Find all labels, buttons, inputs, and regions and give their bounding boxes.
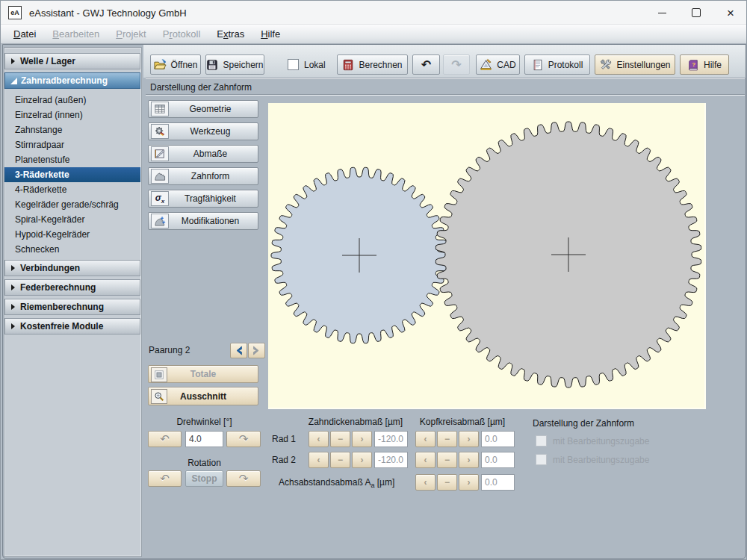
sidebar-item-planetenstufe[interactable]: Planetenstufe [4, 152, 140, 167]
sidebar-item-schnecken[interactable]: Schnecken [4, 242, 140, 257]
rad1-thickness-input[interactable] [374, 431, 408, 447]
section-view-button[interactable]: Ausschnitt [148, 387, 258, 405]
sidebar-header-zahnradberechnung[interactable]: Zahnradberechnung [4, 72, 140, 89]
previous-pairing-button[interactable] [230, 343, 247, 358]
rotation-stop-button[interactable]: Stopp [185, 470, 223, 487]
total-view-button[interactable]: Totale [148, 365, 258, 383]
rad1-tip-reset-button[interactable]: − [437, 431, 457, 447]
spin-decrease-icon: ‹ [317, 434, 320, 444]
rad2-tip-reset-button[interactable]: − [437, 452, 457, 468]
app-icon: eA [8, 6, 22, 19]
tool-button[interactable]: Werkzeug [148, 122, 258, 140]
sidebar-item-hypoid-kegelraeder[interactable]: Hypoid-Kegelräder [4, 227, 140, 242]
redo-icon: ↷ [451, 59, 461, 71]
help-button[interactable]: ? Hilfe [680, 55, 729, 75]
menu-datei[interactable]: Datei [5, 25, 44, 44]
machining-allowance-checkbox-2[interactable] [536, 454, 547, 465]
rad1-tip-input[interactable] [481, 431, 515, 447]
close-button[interactable]: × [713, 1, 747, 25]
open-button[interactable]: Öffnen [150, 55, 201, 75]
undo-button[interactable]: ↶ [412, 55, 440, 75]
calculate-button[interactable]: Berechnen [337, 55, 408, 75]
rotate-cw-step-button[interactable]: ↷ [226, 431, 261, 447]
spin-decrease-icon: ‹ [424, 477, 427, 488]
next-pairing-button[interactable] [248, 343, 265, 358]
menu-bearbeiten[interactable]: Bearbeiten [44, 25, 108, 44]
sidebar-header-federberechnung[interactable]: Federberechnung [4, 279, 140, 296]
geometry-button[interactable]: Geometrie [148, 100, 258, 118]
rotation-cw-button[interactable]: ↷ [226, 470, 261, 487]
sidebar-item-spiral-kegelraeder[interactable]: Spiral-Kegelräder [4, 212, 140, 227]
menu-hilfe[interactable]: Hilfe [252, 25, 288, 44]
menu-protokoll[interactable]: Protokoll [155, 25, 209, 44]
settings-button[interactable]: Einstellungen [595, 55, 675, 75]
pairing-label: Paarung 2 [149, 345, 190, 355]
sidebar-item-zahnstange[interactable]: Zahnstange [4, 122, 140, 137]
rad2-thickness-decrease-button[interactable]: ‹ [309, 452, 329, 468]
rad2-tip-increase-button[interactable]: › [459, 452, 479, 468]
cad-button[interactable]: CAD [476, 55, 520, 75]
protocol-document-icon [532, 59, 544, 71]
sidebar-header-welle-lager[interactable]: Welle / Lager [4, 53, 140, 69]
sidebar-item-einzelrad-aussen[interactable]: Einzelrad (außen) [4, 93, 140, 108]
toolbar-divider [146, 78, 745, 79]
rad1-tip-increase-button[interactable]: › [459, 431, 479, 447]
machining-allowance-option-1: mit Bearbeitungszugabe [536, 435, 649, 447]
spin-decrease-icon: ‹ [317, 455, 320, 465]
rad2-thickness-input[interactable] [374, 452, 408, 468]
center-distance-increase-button[interactable]: › [459, 474, 479, 491]
rotation-ccw-button[interactable]: ↶ [148, 470, 182, 487]
local-checkbox-group: Lokal [288, 55, 326, 75]
center-distance-decrease-button[interactable]: ‹ [415, 474, 436, 491]
modifications-button[interactable]: Modifikationen [148, 212, 258, 230]
redo-button[interactable]: ↷ [443, 55, 470, 75]
minimize-button[interactable] [645, 1, 679, 25]
menu-projekt[interactable]: Projekt [108, 25, 154, 44]
sidebar-header-verbindungen[interactable]: Verbindungen [4, 260, 140, 276]
sidebar-header-kostenfreie-module[interactable]: Kostenfreie Module [4, 318, 140, 335]
sidebar-item-3-raederkette[interactable]: 3-Räderkette [4, 167, 140, 182]
tooth-form-button[interactable]: Zahnform [148, 167, 258, 185]
chevron-right-icon [11, 265, 15, 271]
allowances-button[interactable]: Abmaße [148, 145, 258, 163]
chevron-right-icon [252, 346, 261, 355]
window-title: eAssistant - GWJ Technology GmbH [29, 1, 187, 25]
rotate-ccw-icon: ↶ [160, 432, 170, 446]
center-distance-input[interactable] [481, 474, 515, 491]
save-floppy-icon [206, 59, 218, 71]
angle-input[interactable] [185, 431, 223, 447]
menu-extras[interactable]: Extras [208, 25, 252, 44]
gear-drawing-area[interactable] [268, 103, 706, 409]
save-button[interactable]: Speichern [205, 55, 264, 75]
rad1-thickness-increase-button[interactable]: › [352, 431, 372, 447]
maximize-button[interactable] [679, 1, 713, 25]
sidebar-header-riemenberechnung[interactable]: Riemenberechnung [4, 299, 140, 315]
display-options-title: Darstellung der Zahnform [533, 418, 634, 429]
minimize-icon [658, 13, 666, 13]
center-distance-reset-button[interactable]: − [437, 474, 457, 491]
rad2-thickness-reset-button[interactable]: − [330, 452, 350, 468]
angle-label: Drehwinkel [°] [148, 417, 261, 427]
rad1-label: Rad 1 [272, 434, 296, 444]
sidebar-item-kegelraeder[interactable]: Kegelräder gerade/schräg [4, 197, 140, 212]
rad2-tip-input[interactable] [481, 452, 515, 468]
machining-allowance-option-2: mit Bearbeitungszugabe [536, 454, 649, 465]
rotate-ccw-step-button[interactable]: ↶ [148, 431, 182, 447]
sidebar-item-stirnradpaar[interactable]: Stirnradpaar [4, 137, 140, 152]
load-capacity-button[interactable]: σx Tragfähigkeit [148, 190, 258, 208]
rad1-thickness-decrease-button[interactable]: ‹ [309, 431, 329, 447]
rad2-thickness-increase-button[interactable]: › [352, 452, 372, 468]
section-title: Darstellung der Zahnform [150, 82, 252, 93]
sidebar-item-einzelrad-innen[interactable]: Einzelrad (innen) [4, 108, 140, 122]
rad1-tip-decrease-button[interactable]: ‹ [415, 431, 436, 447]
spin-increase-icon: › [361, 434, 364, 444]
protocol-button[interactable]: Protokoll [524, 55, 590, 75]
local-checkbox[interactable] [288, 59, 299, 70]
close-icon: × [727, 7, 734, 19]
sidebar-item-4-raederkette[interactable]: 4-Räderkette [4, 182, 140, 197]
rad1-thickness-reset-button[interactable]: − [330, 431, 350, 447]
sigma-icon: σx [151, 191, 169, 206]
rad2-tip-decrease-button[interactable]: ‹ [415, 452, 436, 468]
geometry-grid-icon [151, 102, 169, 116]
machining-allowance-checkbox-1[interactable] [536, 435, 547, 447]
